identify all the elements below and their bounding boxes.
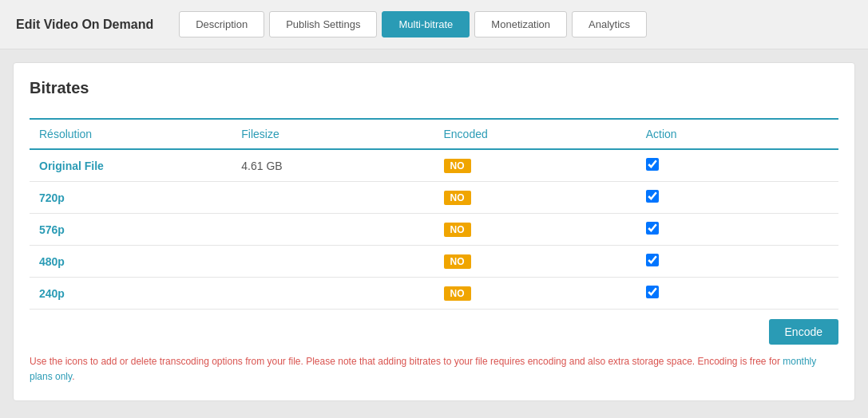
encoded-badge: NO	[444, 286, 471, 301]
resolution-link[interactable]: 576p	[39, 223, 65, 236]
filesize-cell	[232, 278, 434, 310]
filesize-cell	[232, 214, 434, 246]
col-header-resolution: Résolution	[30, 119, 232, 149]
encoded-badge: NO	[444, 191, 471, 205]
table-row: 240pNO	[30, 278, 838, 310]
resolution-link[interactable]: 240p	[39, 287, 65, 300]
action-checkbox[interactable]	[646, 254, 659, 266]
tab-monetization[interactable]: Monetization	[474, 11, 567, 37]
info-text-part1: Use the icons to add or delete transcodi…	[30, 356, 783, 367]
encoded-cell: NO	[434, 246, 636, 278]
encode-row: Encode	[30, 319, 838, 345]
resolution-link[interactable]: Original File	[39, 160, 104, 172]
table-row: 576pNO	[30, 214, 838, 246]
table-row: 720pNO	[30, 182, 838, 214]
section-title: Bitrates	[30, 79, 838, 105]
encoded-badge: NO	[444, 223, 471, 237]
info-text: Use the icons to add or delete transcodi…	[30, 354, 838, 384]
tab-multi-bitrate[interactable]: Multi-bitrate	[382, 11, 470, 37]
action-checkbox[interactable]	[646, 190, 659, 203]
action-cell	[636, 246, 838, 278]
col-header-filesize: Filesize	[232, 119, 434, 149]
filesize-cell	[232, 246, 434, 278]
top-bar: Edit Video On Demand Description Publish…	[0, 0, 868, 49]
action-checkbox[interactable]	[646, 222, 659, 235]
tab-description[interactable]: Description	[179, 11, 264, 37]
encoded-cell: NO	[434, 149, 636, 182]
action-checkbox[interactable]	[646, 286, 659, 298]
encoded-cell: NO	[434, 182, 636, 214]
col-header-encoded: Encoded	[434, 119, 636, 149]
encoded-cell: NO	[434, 214, 636, 246]
filesize-cell: 4.61 GB	[232, 149, 434, 182]
table-header-row: Résolution Filesize Encoded Action	[30, 119, 838, 149]
bitrates-table: Résolution Filesize Encoded Action Origi…	[30, 118, 838, 310]
tab-publish-settings[interactable]: Publish Settings	[269, 11, 377, 37]
resolution-link[interactable]: 480p	[39, 255, 65, 268]
tab-analytics[interactable]: Analytics	[572, 11, 647, 37]
encode-button[interactable]: Encode	[769, 319, 838, 345]
filesize-cell	[232, 182, 434, 214]
encoded-cell: NO	[434, 278, 636, 310]
encoded-badge: NO	[444, 254, 471, 269]
page-title: Edit Video On Demand	[16, 18, 153, 32]
info-text-part3: .	[72, 371, 74, 382]
action-cell	[636, 182, 838, 214]
main-content: Bitrates Résolution Filesize Encoded Act…	[13, 62, 855, 401]
col-header-action: Action	[636, 119, 838, 149]
action-cell	[636, 149, 838, 182]
table-row: Original File4.61 GBNO	[30, 149, 838, 182]
action-cell	[636, 278, 838, 310]
table-row: 480pNO	[30, 246, 838, 278]
resolution-link[interactable]: 720p	[39, 191, 65, 204]
action-checkbox[interactable]	[646, 158, 659, 171]
encoded-badge: NO	[444, 159, 471, 173]
tab-buttons: Description Publish Settings Multi-bitra…	[179, 11, 647, 37]
action-cell	[636, 214, 838, 246]
